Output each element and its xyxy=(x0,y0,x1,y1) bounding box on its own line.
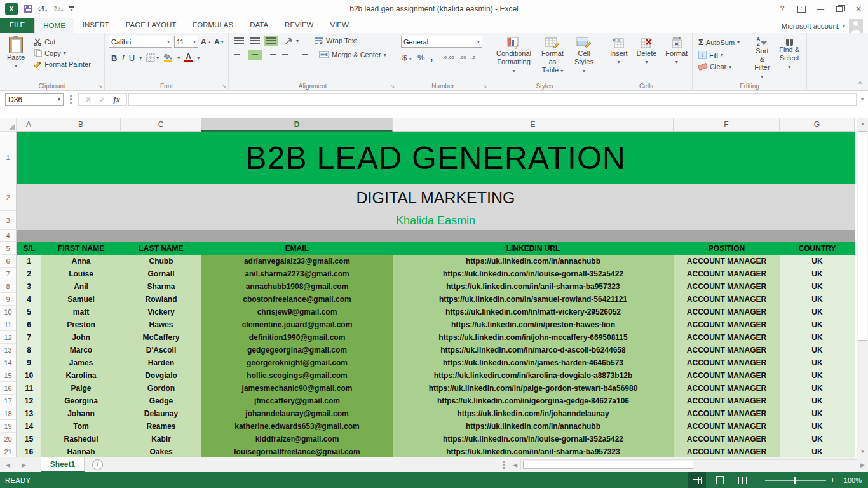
wrap-text-button[interactable]: Wrap Text xyxy=(312,36,359,45)
name-box[interactable]: D36▾ xyxy=(5,93,64,106)
cell-last-name[interactable]: Gedge xyxy=(121,395,201,407)
tab-view[interactable]: VIEW xyxy=(322,18,356,33)
shrink-font-button[interactable]: A▼ xyxy=(214,39,225,45)
cell-linkedin-url[interactable]: https://uk.linkedin.com/in/karolina-dovg… xyxy=(393,369,674,382)
number-dialog-launcher[interactable]: ↘ xyxy=(482,83,487,89)
cell-last-name[interactable]: Gordon xyxy=(121,382,201,395)
cell-position[interactable]: ACCOUNT MANAGER xyxy=(674,268,780,280)
avatar[interactable] xyxy=(849,19,863,33)
row-header[interactable]: 1 xyxy=(0,132,17,184)
account-label[interactable]: Microsoft account xyxy=(782,22,839,30)
cell-last-name[interactable]: Dovgialo xyxy=(121,369,201,382)
cell-sl[interactable]: 14 xyxy=(17,420,41,433)
align-center-button[interactable] xyxy=(248,50,262,60)
restore-button[interactable] xyxy=(830,1,849,17)
scroll-left-icon[interactable]: ◀ xyxy=(510,462,520,468)
alignment-dialog-launcher[interactable]: ↘ xyxy=(390,83,395,89)
header-first-name[interactable]: FIRST NAME xyxy=(41,242,121,255)
row-header[interactable]: 9 xyxy=(0,293,17,306)
cell-position[interactable]: ACCOUNT MANAGER xyxy=(674,306,780,318)
cell-linkedin-url[interactable]: https://uk.linkedin.com/in/preston-hawes… xyxy=(393,318,674,331)
cell-sl[interactable]: 15 xyxy=(17,433,41,445)
font-color-button[interactable]: A xyxy=(184,53,193,62)
cell-email[interactable]: clementine.jouard@gmail.com xyxy=(201,318,393,331)
column-header-f[interactable]: F xyxy=(674,118,780,132)
find-select-button[interactable]: Find & Select ▾ xyxy=(775,36,804,81)
tab-splitter[interactable] xyxy=(503,461,505,469)
cell-position[interactable]: ACCOUNT MANAGER xyxy=(674,344,780,356)
cell-country[interactable]: UK xyxy=(780,445,855,457)
row-header[interactable]: 7 xyxy=(0,268,17,280)
cell-linkedin-url[interactable]: https://uk.linkedin.com/in/louise-gornal… xyxy=(393,433,674,445)
cell-linkedin-url[interactable]: https://uk.linkedin.com/in/anil-sharma-b… xyxy=(393,445,674,457)
cell-sl[interactable]: 6 xyxy=(17,318,41,331)
italic-button[interactable]: I xyxy=(121,53,124,63)
cancel-icon[interactable]: ✕ xyxy=(85,95,92,104)
row-header[interactable]: 20 xyxy=(0,433,17,445)
cell-linkedin-url[interactable]: https://uk.linkedin.com/in/marco-d-ascol… xyxy=(393,344,674,356)
cell-last-name[interactable]: Gornall xyxy=(121,268,201,280)
cell-first-name[interactable]: Georgina xyxy=(41,395,121,407)
font-dialog-launcher[interactable]: ↘ xyxy=(222,83,226,89)
cell-email[interactable]: jfmccaffery@gmail.com xyxy=(201,395,393,407)
fill-color-button[interactable] xyxy=(163,53,173,62)
cell-country[interactable]: UK xyxy=(780,395,855,407)
cell-country[interactable]: UK xyxy=(780,318,855,331)
cell-linkedin-url[interactable]: https://uk.linkedin.com/in/anil-sharma-b… xyxy=(393,280,674,293)
save-icon[interactable] xyxy=(24,5,32,13)
insert-function-icon[interactable]: fx xyxy=(113,95,120,105)
scroll-up-icon[interactable]: ▲ xyxy=(857,118,868,129)
cell-first-name[interactable]: Tom xyxy=(41,420,121,433)
cell-last-name[interactable]: Kabir xyxy=(121,433,201,445)
tab-data[interactable]: DATA xyxy=(241,18,276,33)
cell-first-name[interactable]: Anna xyxy=(41,255,121,268)
cell-sl[interactable]: 2 xyxy=(17,268,41,280)
row-header[interactable]: 21 xyxy=(0,445,17,457)
cell-country[interactable]: UK xyxy=(780,344,855,356)
cell-position[interactable]: ACCOUNT MANAGER xyxy=(674,407,780,420)
top-align-button[interactable] xyxy=(233,36,246,46)
comma-button[interactable]: , xyxy=(430,53,433,62)
grow-font-button[interactable]: A▲ xyxy=(200,39,212,45)
close-button[interactable]: ✕ xyxy=(849,1,868,17)
zoom-out-button[interactable]: − xyxy=(757,477,762,484)
cell-linkedin-url[interactable]: https://uk.linkedin.com/in/louise-gornal… xyxy=(393,268,674,280)
help-button[interactable]: ? xyxy=(773,1,792,17)
cell-email[interactable]: georgeroknight@gmail.com xyxy=(201,356,393,369)
cell-country[interactable]: UK xyxy=(780,382,855,395)
cell-linkedin-url[interactable]: https://uk.linkedin.com/in/annachubb xyxy=(393,420,674,433)
author-row[interactable]: 3 Khalida Easmin xyxy=(0,211,868,230)
tab-review[interactable]: REVIEW xyxy=(276,18,322,33)
middle-align-button[interactable] xyxy=(248,36,262,46)
header-sl[interactable]: S/L xyxy=(17,242,41,255)
cell-email[interactable]: kiddfraizer@gmail.com xyxy=(201,433,393,445)
percent-button[interactable]: % xyxy=(417,53,425,62)
increase-indent-button[interactable] xyxy=(296,50,309,60)
paste-button[interactable]: Paste▾ xyxy=(4,36,28,71)
cell-first-name[interactable]: Karolina xyxy=(41,369,121,382)
cell-sl[interactable]: 11 xyxy=(17,382,41,395)
cell-linkedin-url[interactable]: https://uk.linkedin.com/in/matt-vickery-… xyxy=(393,306,674,318)
page-layout-view-button[interactable] xyxy=(711,472,729,488)
cell-position[interactable]: ACCOUNT MANAGER xyxy=(674,382,780,395)
bottom-align-button[interactable] xyxy=(264,36,278,46)
cell-country[interactable]: UK xyxy=(780,369,855,382)
cell-sl[interactable]: 10 xyxy=(17,369,41,382)
delete-cells-button[interactable]: Delete▾ xyxy=(634,36,660,81)
cell-linkedin-url[interactable]: https://uk.linkedin.com/in/johanndelauna… xyxy=(393,407,674,420)
cell-position[interactable]: ACCOUNT MANAGER xyxy=(674,356,780,369)
vertical-scrollbar[interactable]: ▲ ▼ xyxy=(857,118,868,457)
formula-bar-splitter[interactable] xyxy=(70,95,72,104)
header-linkedin-url[interactable]: LINKEDIN URL xyxy=(393,242,674,255)
cell-sl[interactable]: 13 xyxy=(17,407,41,420)
spacer-cell[interactable] xyxy=(17,230,855,242)
cell-email[interactable]: chrisjew9@gmail.com xyxy=(201,306,393,318)
cell-first-name[interactable]: Preston xyxy=(41,318,121,331)
scroll-down-icon[interactable]: ▼ xyxy=(857,446,868,457)
decrease-indent-button[interactable] xyxy=(280,50,294,60)
cell-email[interactable]: hollie.scogings@gmail.com xyxy=(201,369,393,382)
formula-input[interactable] xyxy=(128,93,857,106)
cell-sl[interactable]: 8 xyxy=(17,344,41,356)
enter-icon[interactable]: ✓ xyxy=(99,95,105,104)
cell-first-name[interactable]: John xyxy=(41,331,121,344)
